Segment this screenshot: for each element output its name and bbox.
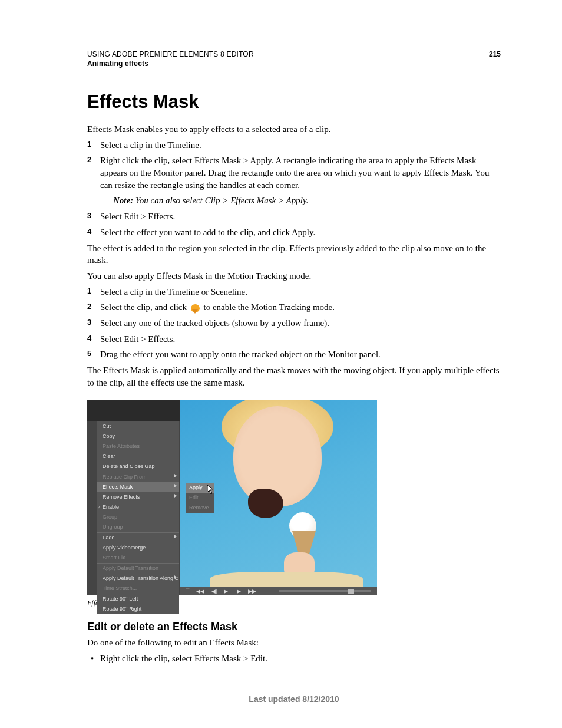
ctx-fade[interactable]: Fade (97, 533, 179, 543)
step-item: Select a clip in the Timeline. (87, 139, 501, 151)
step-text-pre: Select the clip, and click (100, 302, 189, 312)
playback-bar: ⎺ ◀◀ ◀| ▶ |▶ ▶▶ ⎯ (180, 587, 377, 595)
check-icon: ✓ (97, 503, 101, 511)
intro-paragraph: Effects Mask enables you to apply effect… (87, 123, 501, 136)
ctx-apply-default-transition-cti[interactable]: Apply Default Transition Along CTI (97, 574, 179, 584)
ctx-label: Fade (103, 535, 115, 541)
chevron-right-icon (174, 494, 177, 498)
bullet-list: Right click the clip, select Effects Mas… (87, 653, 501, 665)
ctx-label: Remove Effects (103, 494, 140, 500)
ctx-clear[interactable]: Clear (97, 452, 179, 462)
ctx-ungroup: Ungroup (97, 522, 179, 532)
ctx-delete-close-gap[interactable]: Delete and Close Gap (97, 462, 179, 472)
ctx-cut[interactable]: Cut (97, 421, 179, 431)
page-footer: Last updated 8/12/2010 (87, 694, 501, 704)
steps-list-b: Select a clip in the Timeline or Sceneli… (87, 286, 501, 361)
chevron-right-icon (174, 575, 177, 579)
body-paragraph: Do one of the following to edit an Effec… (87, 637, 501, 649)
page-header: USING ADOBE PREMIERE ELEMENTS 8 EDITOR A… (87, 50, 501, 68)
chevron-right-icon (174, 484, 177, 487)
sub-remove: Remove (186, 503, 214, 513)
motion-tracking-icon (191, 304, 200, 312)
playbar-shuttle-slider[interactable] (279, 590, 371, 592)
ctx-effects-mask[interactable]: Effects Mask (97, 482, 179, 492)
ctx-copy[interactable]: Copy (97, 431, 179, 442)
playbar-set-in-icon[interactable]: ⎺ (186, 588, 189, 594)
ctx-enable[interactable]: ✓Enable (97, 502, 179, 512)
chevron-right-icon (174, 474, 177, 477)
playbar-shuttle-thumb[interactable] (348, 589, 354, 594)
ctx-label: Enable (103, 504, 119, 510)
figure-child-mouth (248, 489, 283, 518)
playbar-step-back-icon[interactable]: ◀| (211, 588, 217, 594)
page-title: Effects Mask (87, 91, 501, 113)
context-menu: Cut Copy Paste Attributes Clear Delete a… (97, 421, 179, 614)
figure-effects-masking: Cut Copy Paste Attributes Clear Delete a… (87, 400, 377, 595)
step-text-post: to enable the Motion Tracking mode. (201, 302, 335, 312)
ctx-label: Apply Default Transition Along CTI (103, 575, 179, 581)
body-paragraph: The effect is added to the region you se… (87, 242, 501, 266)
cursor-icon (207, 485, 215, 495)
note: Note: You can also select Clip > Effects… (113, 195, 501, 207)
ctx-paste-attributes: Paste Attributes (97, 442, 179, 452)
ctx-smart-fix: Smart Fix (97, 553, 179, 563)
ctx-replace-clip-from: Replace Clip From (97, 472, 179, 482)
step-item: Select Edit > Effects. (87, 210, 501, 223)
step-item: Right click the clip, select Effects Mas… (87, 154, 501, 207)
ctx-apply-videomerge[interactable]: Apply Videomerge (97, 543, 179, 553)
step-item: Select the effect you want to add to the… (87, 226, 501, 239)
playbar-fastfwd-icon[interactable]: ▶▶ (248, 588, 256, 594)
step-text: Right click the clip, select Effects Mas… (100, 156, 489, 189)
steps-list-a: Select a clip in the Timeline. Right cli… (87, 139, 501, 239)
ctx-remove-effects[interactable]: Remove Effects (97, 492, 179, 502)
step-item: Select any one of the tracked objects (s… (87, 317, 501, 330)
figure-topbar (87, 400, 180, 421)
ctx-time-stretch: Time Stretch... (97, 584, 179, 594)
ctx-label: Replace Clip From (103, 474, 147, 480)
note-text: You can also select Clip > Effects Mask … (133, 196, 308, 205)
playbar-play-icon[interactable]: ▶ (224, 588, 228, 594)
playbar-step-fwd-icon[interactable]: |▶ (235, 588, 240, 594)
figure-child-head (233, 406, 322, 506)
body-paragraph: You can also apply Effects Mask in the M… (87, 270, 501, 282)
page-number: 215 (484, 50, 501, 64)
section-subhead: Animating effects (87, 60, 484, 68)
running-head: USING ADOBE PREMIERE ELEMENTS 8 EDITOR (87, 50, 484, 58)
ctx-rotate-left[interactable]: Rotate 90° Left (97, 594, 179, 604)
bullet-item: Right click the clip, select Effects Mas… (87, 653, 501, 665)
body-paragraph: The Effects Mask is applied automaticall… (87, 364, 501, 388)
playbar-set-out-icon[interactable]: ⎯ (263, 588, 266, 594)
step-item: Select Edit > Effects. (87, 333, 501, 345)
ctx-group: Group (97, 512, 179, 522)
step-item: Select a clip in the Timeline or Sceneli… (87, 286, 501, 298)
ctx-rotate-right[interactable]: Rotate 90° Right (97, 604, 179, 614)
step-item: Drag the effect you want to apply onto t… (87, 348, 501, 361)
ctx-label: Effects Mask (103, 484, 133, 490)
ctx-apply-default-transition: Apply Default Transition (97, 564, 179, 574)
chevron-right-icon (174, 535, 177, 538)
note-label: Note: (113, 196, 133, 205)
step-item: Select the clip, and click to enable the… (87, 301, 501, 314)
playbar-rewind-icon[interactable]: ◀◀ (196, 588, 204, 594)
subsection-heading: Edit or delete an Effects Mask (87, 621, 501, 633)
